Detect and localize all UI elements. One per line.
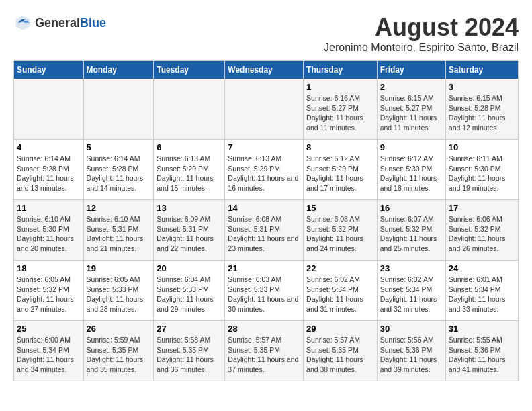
day-cell: 23Sunrise: 6:02 AMSunset: 5:34 PMDayligh… [377, 261, 445, 321]
day-number: 10 [449, 142, 515, 152]
logo-text: GeneralBlue [35, 16, 106, 30]
day-info: Sunrise: 6:14 AMSunset: 5:28 PMDaylight:… [17, 154, 81, 193]
day-cell: 3Sunrise: 6:15 AMSunset: 5:28 PMDaylight… [445, 79, 518, 140]
header-row: Sunday Monday Tuesday Wednesday Thursday… [14, 61, 519, 79]
day-cell: 5Sunrise: 6:14 AMSunset: 5:28 PMDaylight… [83, 140, 154, 200]
day-info: Sunrise: 6:05 AMSunset: 5:33 PMDaylight:… [87, 275, 151, 314]
week-row-2: 11Sunrise: 6:10 AMSunset: 5:30 PMDayligh… [14, 200, 519, 261]
day-number: 5 [87, 142, 151, 152]
logo-icon [13, 13, 32, 32]
title-area: August 2024 Jeronimo Monteiro, Espirito … [324, 13, 519, 54]
day-cell [225, 79, 304, 140]
header: GeneralBlue August 2024 Jeronimo Monteir… [13, 13, 519, 54]
day-info: Sunrise: 6:12 AMSunset: 5:30 PMDaylight:… [380, 154, 443, 193]
day-number: 8 [306, 142, 374, 152]
day-cell: 16Sunrise: 6:07 AMSunset: 5:32 PMDayligh… [377, 200, 445, 261]
day-cell: 31Sunrise: 5:55 AMSunset: 5:36 PMDayligh… [445, 321, 518, 381]
day-cell: 25Sunrise: 6:00 AMSunset: 5:34 PMDayligh… [14, 321, 84, 381]
day-cell: 13Sunrise: 6:09 AMSunset: 5:31 PMDayligh… [154, 200, 225, 261]
day-cell [14, 79, 84, 140]
day-cell [83, 79, 154, 140]
day-cell: 19Sunrise: 6:05 AMSunset: 5:33 PMDayligh… [83, 261, 154, 321]
day-cell: 1Sunrise: 6:16 AMSunset: 5:27 PMDaylight… [304, 79, 378, 140]
day-number: 14 [228, 203, 300, 213]
day-number: 30 [380, 324, 443, 334]
header-thursday: Thursday [304, 61, 378, 79]
day-info: Sunrise: 5:55 AMSunset: 5:36 PMDaylight:… [449, 335, 515, 375]
day-info: Sunrise: 6:14 AMSunset: 5:28 PMDaylight:… [87, 154, 151, 193]
day-number: 13 [157, 203, 222, 213]
day-number: 9 [380, 142, 443, 152]
day-info: Sunrise: 6:10 AMSunset: 5:30 PMDaylight:… [17, 214, 81, 254]
day-info: Sunrise: 6:16 AMSunset: 5:27 PMDaylight:… [306, 93, 374, 133]
day-cell: 11Sunrise: 6:10 AMSunset: 5:30 PMDayligh… [14, 200, 84, 261]
day-cell: 30Sunrise: 5:56 AMSunset: 5:36 PMDayligh… [377, 321, 445, 381]
logo: GeneralBlue [13, 13, 106, 32]
day-info: Sunrise: 6:13 AMSunset: 5:29 PMDaylight:… [157, 154, 222, 193]
day-cell: 26Sunrise: 5:59 AMSunset: 5:35 PMDayligh… [83, 321, 154, 381]
day-info: Sunrise: 5:59 AMSunset: 5:35 PMDaylight:… [87, 335, 151, 375]
header-wednesday: Wednesday [225, 61, 304, 79]
day-cell: 22Sunrise: 6:02 AMSunset: 5:34 PMDayligh… [304, 261, 378, 321]
day-info: Sunrise: 5:57 AMSunset: 5:35 PMDaylight:… [228, 335, 300, 375]
day-number: 16 [380, 203, 443, 213]
day-number: 17 [449, 203, 515, 213]
day-cell: 20Sunrise: 6:04 AMSunset: 5:33 PMDayligh… [154, 261, 225, 321]
week-row-0: 1Sunrise: 6:16 AMSunset: 5:27 PMDaylight… [14, 79, 519, 140]
week-row-4: 25Sunrise: 6:00 AMSunset: 5:34 PMDayligh… [14, 321, 519, 381]
day-number: 26 [87, 324, 151, 334]
day-number: 22 [306, 263, 374, 273]
day-info: Sunrise: 6:05 AMSunset: 5:32 PMDaylight:… [17, 275, 81, 314]
day-number: 24 [449, 263, 515, 273]
day-number: 3 [449, 82, 515, 92]
day-cell: 24Sunrise: 6:01 AMSunset: 5:34 PMDayligh… [445, 261, 518, 321]
day-info: Sunrise: 6:10 AMSunset: 5:31 PMDaylight:… [87, 214, 151, 254]
day-cell: 15Sunrise: 6:08 AMSunset: 5:32 PMDayligh… [304, 200, 378, 261]
day-info: Sunrise: 6:13 AMSunset: 5:29 PMDaylight:… [228, 154, 300, 193]
day-info: Sunrise: 6:03 AMSunset: 5:33 PMDaylight:… [228, 275, 300, 314]
day-info: Sunrise: 6:15 AMSunset: 5:28 PMDaylight:… [449, 93, 515, 133]
day-number: 12 [87, 203, 151, 213]
day-cell: 17Sunrise: 6:06 AMSunset: 5:32 PMDayligh… [445, 200, 518, 261]
day-cell: 14Sunrise: 6:08 AMSunset: 5:31 PMDayligh… [225, 200, 304, 261]
day-info: Sunrise: 6:06 AMSunset: 5:32 PMDaylight:… [449, 214, 515, 254]
day-info: Sunrise: 5:58 AMSunset: 5:35 PMDaylight:… [157, 335, 222, 375]
header-tuesday: Tuesday [154, 61, 225, 79]
day-cell: 4Sunrise: 6:14 AMSunset: 5:28 PMDaylight… [14, 140, 84, 200]
day-number: 20 [157, 263, 222, 273]
day-info: Sunrise: 6:04 AMSunset: 5:33 PMDaylight:… [157, 275, 222, 314]
day-number: 28 [228, 324, 300, 334]
day-info: Sunrise: 6:11 AMSunset: 5:30 PMDaylight:… [449, 154, 515, 193]
day-cell: 2Sunrise: 6:15 AMSunset: 5:27 PMDaylight… [377, 79, 445, 140]
day-number: 29 [306, 324, 374, 334]
day-number: 25 [17, 324, 81, 334]
header-sunday: Sunday [14, 61, 84, 79]
main-title: August 2024 [324, 13, 519, 42]
day-info: Sunrise: 6:02 AMSunset: 5:34 PMDaylight:… [306, 275, 374, 314]
logo-general: General [35, 16, 80, 30]
day-cell: 7Sunrise: 6:13 AMSunset: 5:29 PMDaylight… [225, 140, 304, 200]
day-cell: 28Sunrise: 5:57 AMSunset: 5:35 PMDayligh… [225, 321, 304, 381]
day-cell: 9Sunrise: 6:12 AMSunset: 5:30 PMDaylight… [377, 140, 445, 200]
day-number: 11 [17, 203, 81, 213]
day-info: Sunrise: 6:08 AMSunset: 5:31 PMDaylight:… [228, 214, 300, 254]
day-info: Sunrise: 6:15 AMSunset: 5:27 PMDaylight:… [380, 93, 443, 133]
day-cell: 12Sunrise: 6:10 AMSunset: 5:31 PMDayligh… [83, 200, 154, 261]
day-number: 6 [157, 142, 222, 152]
day-cell: 6Sunrise: 6:13 AMSunset: 5:29 PMDaylight… [154, 140, 225, 200]
day-number: 23 [380, 263, 443, 273]
day-number: 27 [157, 324, 222, 334]
day-number: 19 [87, 263, 151, 273]
day-info: Sunrise: 5:56 AMSunset: 5:36 PMDaylight:… [380, 335, 443, 375]
day-number: 2 [380, 82, 443, 92]
week-row-3: 18Sunrise: 6:05 AMSunset: 5:32 PMDayligh… [14, 261, 519, 321]
logo-blue: Blue [80, 16, 106, 30]
day-cell: 27Sunrise: 5:58 AMSunset: 5:35 PMDayligh… [154, 321, 225, 381]
day-number: 21 [228, 263, 300, 273]
day-cell: 29Sunrise: 5:57 AMSunset: 5:35 PMDayligh… [304, 321, 378, 381]
day-number: 18 [17, 263, 81, 273]
day-number: 1 [306, 82, 374, 92]
header-monday: Monday [83, 61, 154, 79]
subtitle: Jeronimo Monteiro, Espirito Santo, Brazi… [324, 42, 519, 54]
day-info: Sunrise: 6:00 AMSunset: 5:34 PMDaylight:… [17, 335, 81, 375]
